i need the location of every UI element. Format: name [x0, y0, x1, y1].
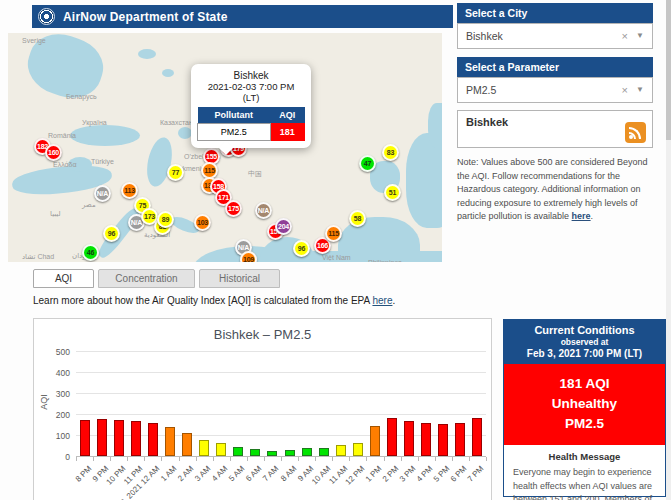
chart-title: Bishkek – PM2.5: [34, 327, 491, 342]
chart-bar[interactable]: [353, 443, 363, 456]
aqi-map-marker[interactable]: 96: [103, 225, 120, 242]
parameter-caret-icon[interactable]: ▼: [636, 78, 644, 102]
parameter-clear-icon[interactable]: ×: [622, 78, 628, 102]
chart-y-tick-label: 400: [42, 368, 70, 378]
map-country-label: Беларусь: [66, 93, 97, 100]
chart-bar[interactable]: [336, 445, 346, 456]
chart-x-tick: [469, 457, 470, 461]
chart-bar[interactable]: [97, 419, 107, 456]
learn-more-here-link[interactable]: here: [372, 295, 392, 306]
aqi-map-marker[interactable]: 83: [382, 144, 399, 161]
map-country-label: Sverige: [22, 37, 46, 44]
chart-bar[interactable]: [421, 423, 431, 456]
aqi-map-marker[interactable]: 103: [194, 214, 211, 231]
aqi-note: Note: Values above 500 are considered Be…: [457, 156, 655, 224]
chart-tabs: AQI Concentration Historical: [33, 269, 284, 288]
app-header: AirNow Department of State: [32, 5, 453, 28]
popup-timezone: (LT): [197, 92, 305, 103]
map-country-label: 中国: [248, 169, 262, 179]
chart-x-tick: [93, 457, 94, 461]
chart-y-tick-label: 300: [42, 389, 70, 399]
chart-x-tick: [144, 457, 145, 461]
map-country-label: Ελλάδα: [53, 161, 77, 168]
popup-datetime: 2021-02-03 7:00 PM: [197, 81, 305, 92]
popup-aqi-value: 181: [270, 124, 304, 141]
tab-concentration[interactable]: Concentration: [98, 269, 195, 288]
chart-x-tick: [127, 457, 128, 461]
aqi-map-marker[interactable]: N/A: [94, 185, 111, 202]
chart-bar[interactable]: [455, 423, 465, 456]
observed-datetime: Feb 3, 2021 7:00 PM (LT): [506, 348, 663, 359]
map-country-label: România: [48, 132, 76, 139]
chart-bar[interactable]: [302, 448, 312, 456]
current-conditions-header: Current Conditions observed at Feb 3, 20…: [504, 320, 665, 364]
aqi-map-marker[interactable]: 51: [384, 184, 401, 201]
health-message-title: Health Message: [513, 451, 656, 462]
city-clear-icon[interactable]: ×: [622, 24, 628, 48]
aqi-map-marker[interactable]: 89: [157, 211, 174, 228]
chart-gridline: [76, 351, 486, 352]
chart-bar[interactable]: [250, 449, 260, 456]
chart-bar[interactable]: [472, 418, 482, 456]
chart-x-tick: [486, 457, 487, 461]
chart-x-tick-label: 8 AM: [279, 464, 298, 483]
current-conditions-panel: Current Conditions observed at Feb 3, 20…: [503, 319, 666, 497]
aqi-map-marker[interactable]: 96: [293, 240, 310, 257]
chart-bar[interactable]: [131, 421, 141, 456]
chart-bar[interactable]: [267, 451, 277, 456]
chart-gridline: [76, 414, 486, 415]
city-select[interactable]: Bishkek × ▼: [457, 23, 653, 49]
chart-bar[interactable]: [438, 424, 448, 456]
department-of-state-seal-icon: [38, 8, 55, 25]
aqi-note-here-link[interactable]: here: [572, 211, 591, 221]
learn-more-prefix: Learn more about how the Air Quality Ind…: [33, 295, 372, 306]
aqi-note-text: Note: Values above 500 are considered Be…: [457, 157, 647, 221]
chart-x-tick-label: 7 AM: [262, 464, 281, 483]
chart-bar[interactable]: [165, 427, 175, 456]
chart-bar[interactable]: [319, 448, 329, 456]
parameter-select[interactable]: PM2.5 × ▼: [457, 77, 653, 103]
rss-icon[interactable]: [625, 122, 646, 143]
aqi-map-marker[interactable]: N/A: [255, 202, 272, 219]
chart-x-tick: [76, 457, 77, 461]
chart-x-tick-label: 6 PM: [449, 464, 469, 484]
aqi-map-marker[interactable]: 115: [325, 225, 342, 242]
chart-x-tick: [332, 457, 333, 461]
aqi-map-marker[interactable]: 109: [240, 251, 257, 262]
select-parameter-header: Select a Parameter: [457, 57, 653, 77]
chart-x-tick-label: 8 PM: [73, 464, 93, 484]
aqi-map-marker[interactable]: 46: [82, 244, 99, 261]
aqi-map-marker[interactable]: 77: [167, 164, 184, 181]
map-country-label: Україна: [82, 119, 107, 126]
aqi-map-marker[interactable]: 160: [45, 144, 62, 161]
learn-more-text: Learn more about how the Air Quality Ind…: [33, 295, 395, 306]
city-select-value: Bishkek: [466, 30, 503, 42]
chart-bar[interactable]: [404, 421, 414, 456]
chart-bar[interactable]: [182, 433, 192, 456]
chart-x-tick: [230, 457, 231, 461]
tab-aqi[interactable]: AQI: [33, 269, 94, 288]
aqi-map-marker[interactable]: 58: [349, 210, 366, 227]
scrollbar-thumb[interactable]: [666, 0, 671, 140]
chart-x-tick-label: 7 PM: [466, 464, 486, 484]
chart-bar[interactable]: [285, 450, 295, 456]
chart-bar[interactable]: [199, 440, 209, 456]
chart-x-tick: [161, 457, 162, 461]
aqi-map-marker[interactable]: 47: [359, 155, 376, 172]
page-scrollbar[interactable]: [666, 0, 671, 500]
chart-x-tick: [213, 457, 214, 461]
chart-bar[interactable]: [233, 447, 243, 456]
map-country-label: مصر: [82, 201, 96, 209]
city-caret-icon[interactable]: ▼: [636, 24, 644, 48]
chart-y-tick-label: 0: [42, 452, 70, 462]
chart-bar[interactable]: [148, 423, 158, 456]
tab-historical[interactable]: Historical: [199, 269, 280, 288]
chart-bar[interactable]: [370, 426, 380, 456]
chart-bar[interactable]: [387, 418, 397, 456]
chart-bar[interactable]: [216, 443, 226, 456]
chart-bar[interactable]: [80, 420, 90, 456]
aqi-map-marker[interactable]: 204: [275, 218, 292, 235]
aqi-map-marker[interactable]: 175: [225, 200, 242, 217]
aqi-map-marker[interactable]: 113: [121, 182, 138, 199]
chart-bar[interactable]: [114, 420, 124, 456]
